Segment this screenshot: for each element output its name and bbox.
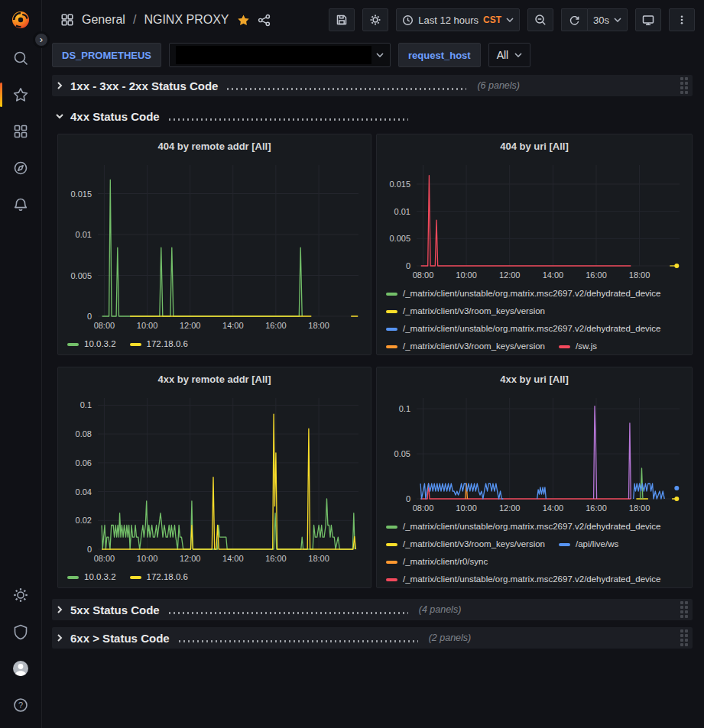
sidebar-item-explore[interactable] [0, 150, 42, 186]
legend-label: /_matrix/client/r0/sync [403, 554, 488, 570]
legend-item[interactable]: /_matrix/client/v3/room_keys/version [386, 303, 545, 319]
legend-item[interactable]: /_matrix/client/v3/room_keys/version [386, 338, 545, 351]
sidebar-item-configuration[interactable] [0, 577, 42, 613]
panel-title[interactable]: 404 by uri [All] [381, 138, 687, 157]
svg-text:08:00: 08:00 [413, 270, 434, 280]
legend-item[interactable]: 172.18.0.6 [130, 569, 188, 584]
refresh-interval-value: 30s [593, 15, 609, 26]
sidebar-expand-button[interactable]: › [33, 31, 50, 48]
time-series-chart[interactable]: 00.0050.010.01508:0010:0012:0014:0016:00… [63, 157, 366, 335]
timezone-label: CST [483, 15, 501, 25]
svg-text:0: 0 [87, 545, 92, 554]
favorite-star-icon[interactable] [237, 14, 250, 27]
svg-text:08:00: 08:00 [413, 503, 434, 513]
legend-item[interactable]: 10.0.3.2 [67, 336, 116, 351]
svg-text:0: 0 [87, 312, 92, 321]
shield-icon [12, 623, 29, 640]
svg-text:0.1: 0.1 [399, 404, 410, 413]
sidebar-item-alerting[interactable] [0, 186, 42, 223]
row-dotted-leader [167, 118, 408, 121]
svg-text:0.01: 0.01 [76, 230, 92, 239]
more-options-button[interactable] [669, 8, 695, 31]
request-host-value: All [497, 49, 509, 61]
share-icon[interactable] [258, 14, 271, 27]
refresh-button[interactable] [561, 8, 587, 31]
panel-title[interactable]: 404 by remote addr [All] [63, 138, 366, 157]
panel-404-by-remote-addr: 404 by remote addr [All] 00.0050.010.015… [57, 134, 371, 355]
chevron-down-icon [506, 18, 514, 22]
chevron-down-icon [55, 112, 64, 121]
request-host-variable-label[interactable]: request_host [398, 43, 481, 67]
row-title[interactable]: 1xx - 3xx - 2xx Status Code [70, 79, 218, 92]
legend-item[interactable]: /sw.js [559, 338, 597, 351]
legend-swatch [386, 526, 397, 529]
svg-text:18:00: 18:00 [308, 554, 329, 563]
legend-label: /_matrix/client/v3/room_keys/version [403, 536, 545, 552]
time-range-picker[interactable]: Last 12 hours CST [396, 8, 520, 31]
dashboard-settings-button[interactable] [362, 8, 388, 31]
zoom-out-time-button[interactable] [527, 8, 553, 31]
legend-item[interactable]: 172.18.0.6 [130, 336, 188, 351]
row-header-4xx[interactable]: 4xx Status Code [52, 105, 693, 127]
legend-swatch [386, 543, 397, 546]
save-dashboard-button[interactable] [329, 8, 355, 31]
svg-text:14:00: 14:00 [543, 503, 564, 513]
sidebar-item-starred[interactable] [0, 76, 42, 113]
legend-swatch [386, 561, 397, 564]
refresh-interval-select[interactable]: 30s [587, 8, 628, 31]
panel-4xx-by-uri: 4xx by uri [All] 00.050.108:0010:0012:00… [376, 367, 693, 588]
breadcrumb: General / NGINX PROXY [82, 13, 229, 27]
time-series-chart[interactable]: 00.0050.010.01508:0010:0012:0014:0016:00… [381, 157, 687, 284]
svg-text:16:00: 16:00 [265, 554, 287, 563]
panel-title[interactable]: 4xx by uri [All] [381, 370, 687, 390]
legend-item[interactable]: /_matrix/client/v3/room_keys/version [386, 536, 545, 552]
tv-mode-button[interactable] [635, 8, 661, 31]
legend-item[interactable]: 10.0.3.2 [67, 569, 116, 584]
row-header-6xx[interactable]: 6xx > Status Code (2 panels) [52, 627, 693, 649]
chevron-down-icon [376, 53, 384, 57]
svg-text:18:00: 18:00 [629, 270, 650, 280]
legend-label: /_matrix/client/unstable/org.matrix.msc2… [403, 286, 661, 302]
row-drag-handle[interactable] [680, 601, 688, 618]
legend-item[interactable]: /_matrix/client/r0/sync [386, 554, 488, 570]
svg-text:12:00: 12:00 [180, 554, 201, 563]
row-header-1xx-3xx-2xx[interactable]: 1xx - 3xx - 2xx Status Code (6 panels) [52, 75, 693, 96]
chevron-down-icon [514, 53, 522, 57]
legend-item[interactable]: /_matrix/client/unstable/org.matrix.msc2… [386, 571, 661, 584]
refresh-icon [569, 15, 580, 26]
legend-swatch [386, 293, 397, 296]
datasource-variable-select[interactable] [169, 43, 391, 67]
row-title[interactable]: 5xx Status Code [70, 603, 160, 616]
svg-text:0.04: 0.04 [76, 487, 92, 497]
panel-4xx-by-remote-addr: 4xx by remote addr [All] 00.020.040.060.… [57, 367, 371, 588]
panel-grid: 404 by remote addr [All] 00.0050.010.015… [57, 134, 693, 588]
sidebar-item-dashboards[interactable] [0, 113, 42, 150]
row-panel-count: (4 panels) [419, 604, 462, 615]
row-drag-handle[interactable] [680, 77, 688, 94]
apps-icon [60, 13, 74, 27]
row-title[interactable]: 4xx Status Code [70, 110, 160, 123]
svg-text:10:00: 10:00 [456, 503, 477, 513]
time-series-chart[interactable]: 00.020.040.060.080.108:0010:0012:0014:00… [63, 390, 366, 568]
breadcrumb-folder[interactable]: General [82, 13, 125, 27]
sidebar-item-profile[interactable] [0, 650, 42, 687]
datasource-variable-label[interactable]: DS_PROMETHEUS [52, 43, 161, 67]
legend-item[interactable]: /_matrix/client/unstable/org.matrix.msc2… [386, 321, 661, 337]
zoom-out-icon [534, 14, 547, 26]
legend-label: /_matrix/client/unstable/org.matrix.msc2… [403, 571, 661, 584]
time-series-chart[interactable]: 00.050.108:0010:0012:0014:0016:0018:00 [381, 390, 687, 517]
row-header-5xx[interactable]: 5xx Status Code (4 panels) [52, 599, 693, 620]
save-icon [336, 14, 348, 26]
legend-swatch [559, 345, 570, 348]
request-host-variable-select[interactable]: All [488, 43, 531, 67]
sidebar-item-help[interactable]: ? [0, 687, 42, 723]
legend-item[interactable]: /api/live/ws [559, 536, 618, 552]
kebab-menu-icon [676, 14, 687, 26]
row-drag-handle[interactable] [680, 629, 688, 646]
panel-title[interactable]: 4xx by remote addr [All] [63, 370, 366, 390]
svg-text:18:00: 18:00 [308, 321, 329, 330]
row-title[interactable]: 6xx > Status Code [70, 632, 170, 645]
legend-item[interactable]: /_matrix/client/unstable/org.matrix.msc2… [386, 519, 661, 535]
legend-item[interactable]: /_matrix/client/unstable/org.matrix.msc2… [386, 286, 661, 302]
sidebar-item-server-admin[interactable] [0, 613, 42, 650]
